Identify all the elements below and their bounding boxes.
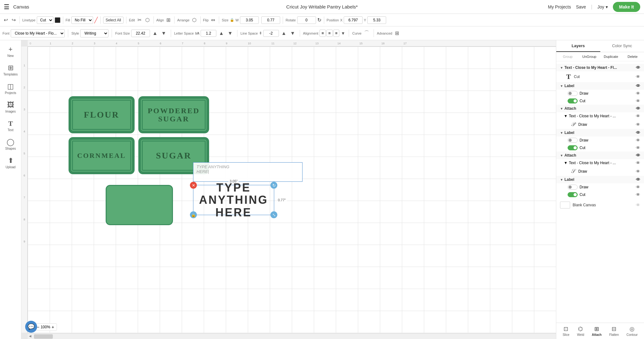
label3-cut-eye[interactable]: 👁 [636, 192, 640, 197]
zoom-out-button[interactable]: − [37, 325, 39, 330]
alignment-chevron[interactable]: ▾ [341, 30, 346, 37]
label2-cut-toggle[interactable] [568, 145, 578, 150]
label3-eye[interactable]: 👁 [636, 177, 640, 182]
save-button[interactable]: Save [576, 4, 586, 9]
curve-icon[interactable]: ⌒ [363, 29, 370, 37]
text2-draw-eye[interactable]: 👁 [636, 122, 640, 127]
label1-cut-eye[interactable]: 👁 [636, 98, 640, 103]
select-all-button[interactable]: Select All [103, 17, 124, 24]
text3-draw-eye[interactable]: 👁 [636, 169, 640, 174]
y-input[interactable] [367, 16, 386, 24]
attach-action[interactable]: ⊞ Attach [589, 324, 605, 338]
tab-color-sync[interactable]: Color Sync [600, 40, 644, 52]
flatten-action[interactable]: ⊟ Flatten [606, 324, 622, 338]
layer-section-label2[interactable]: ▼ Label 👁 [556, 129, 644, 136]
make-it-button[interactable]: Make It [613, 2, 640, 12]
section-text1-eye[interactable]: 👁 [636, 65, 640, 70]
x-input[interactable] [344, 16, 363, 24]
label-flour[interactable]: FLOUR [69, 96, 135, 133]
attach1-eye[interactable]: 👁 [636, 106, 640, 111]
letter-space-down[interactable]: ▼ [226, 30, 234, 37]
label-powdered-sugar[interactable]: POWDEREDSUGAR [138, 96, 209, 133]
label3-draw-eye[interactable]: 👁 [636, 185, 640, 190]
scroll-left-button[interactable]: ◀ [28, 333, 33, 338]
label3-cut-toggle[interactable] [568, 192, 578, 197]
flip-icon[interactable]: ⇔ [210, 16, 216, 24]
canvas-area[interactable]: 0 1 2 3 4 5 6 7 8 9 10 11 12 13 14 15 16… [21, 40, 556, 339]
label1-draw-eye[interactable]: 👁 [636, 91, 640, 96]
letter-space-up[interactable]: ▲ [218, 30, 225, 37]
layer-section-text3[interactable]: ▼ Text - Close to My Heart - ... 👁 [556, 159, 644, 167]
rotate-input[interactable] [297, 16, 316, 24]
slice-action[interactable]: ⊡ Slice [559, 324, 573, 338]
align-right-button[interactable]: ≡ [333, 30, 340, 37]
line-space-up[interactable]: ▲ [280, 30, 288, 37]
sidebar-item-images[interactable]: 🖼 Images [1, 98, 20, 116]
weld-action[interactable]: ⌬ Weld [574, 324, 587, 338]
rotate-handle[interactable]: ↻ [270, 182, 277, 189]
label1-cut-toggle[interactable] [568, 98, 578, 103]
fontsize-input[interactable] [131, 30, 150, 37]
user-menu[interactable]: Joy ▾ [597, 4, 608, 9]
height-input[interactable] [261, 16, 280, 24]
align-icon[interactable]: ⊞ [165, 16, 172, 24]
align-left-button[interactable]: ≡ [319, 30, 326, 37]
lock-handle[interactable]: 🔒 [190, 211, 197, 218]
section-label1-eye[interactable]: 👁 [636, 83, 640, 88]
layer-section-attach1[interactable]: ▼ Attach 👁 [556, 105, 644, 112]
font-select[interactable]: Close to My Heart - Flo... [11, 29, 65, 37]
label2-draw-eye[interactable]: 👁 [636, 138, 640, 143]
layer-section-label1[interactable]: ▼ Label 👁 [556, 82, 644, 90]
scale-handle[interactable]: ⤡ [270, 211, 277, 218]
layer-section-text2[interactable]: ▼ Text - Close to My Heart - ... 👁 [556, 112, 644, 120]
canvas-scrollbar[interactable] [28, 333, 556, 339]
ungroup-button[interactable]: UnGroup [579, 53, 600, 60]
redo-button[interactable]: ↪ [10, 16, 17, 24]
advanced-icon[interactable]: ⊞ [394, 30, 400, 37]
layer-text1-cut-eye[interactable]: 👁 [636, 74, 640, 79]
chat-button[interactable]: 💬 [25, 321, 37, 333]
label-cornmeal[interactable]: CORNMEAL [69, 137, 135, 174]
align-center-button[interactable]: ≡ [326, 30, 333, 37]
fontsize-down-icon[interactable]: ▼ [160, 30, 168, 37]
sidebar-item-new[interactable]: + New [1, 43, 20, 60]
style-select[interactable]: Writing [80, 29, 108, 37]
label2-draw-toggle[interactable] [568, 138, 578, 143]
linetype-select[interactable]: Cut [37, 16, 53, 24]
attach2-eye[interactable]: 👁 [636, 153, 640, 158]
layer-section-attach2[interactable]: ▼ Attach 👁 [556, 152, 644, 159]
label1-draw-toggle[interactable] [568, 91, 578, 96]
delete-handle[interactable]: ✕ [190, 182, 197, 189]
sidebar-item-projects[interactable]: ◫ Projects [1, 80, 20, 97]
scroll-thumb[interactable] [34, 334, 53, 339]
layer-section-label3[interactable]: ▼ Label 👁 [556, 176, 644, 183]
selected-text-element[interactable]: ✕ ↻ 🔒 ⤡ 3.05" 0.77" TYPE ANYTHINGHERE [193, 185, 274, 215]
label3-draw-toggle[interactable] [568, 185, 578, 190]
line-space-down[interactable]: ▼ [289, 30, 297, 37]
text2-eye[interactable]: 👁 [636, 114, 640, 119]
my-projects-link[interactable]: My Projects [548, 4, 571, 9]
sidebar-item-text[interactable]: T Text [1, 117, 20, 134]
blank-canvas-eye[interactable]: 👁 [636, 203, 640, 208]
delete-button[interactable]: Delete [622, 53, 643, 60]
layer-section-text1[interactable]: ▼ Text - Close to My Heart - Fl... 👁 [556, 64, 644, 71]
group-button[interactable]: Group [557, 53, 579, 60]
width-input[interactable] [240, 16, 259, 24]
sidebar-item-shapes[interactable]: ◯ Shapes [1, 136, 20, 153]
canvas-content[interactable]: FLOUR POWDEREDSUGAR CORNMEAL SUGAR TYPE … [28, 47, 556, 333]
label-blank[interactable] [106, 185, 173, 225]
label2-cut-eye[interactable]: 👁 [636, 145, 640, 150]
undo-button[interactable]: ↩ [3, 16, 9, 24]
sidebar-item-upload[interactable]: ⬆ Upload [1, 154, 20, 171]
text3-eye[interactable]: 👁 [636, 160, 640, 165]
menu-icon[interactable]: ☰ [4, 3, 9, 11]
sidebar-item-templates[interactable]: ⊞ Templates [1, 61, 20, 79]
fontsize-up-icon[interactable]: ▲ [151, 30, 159, 37]
arrange-icon[interactable]: ⬡ [191, 16, 198, 24]
tab-layers[interactable]: Layers [556, 40, 600, 52]
fill-select[interactable]: No Fill [71, 16, 93, 24]
copy-icon[interactable]: ⬡ [144, 16, 151, 24]
label2-eye[interactable]: 👁 [636, 130, 640, 135]
line-space-input[interactable] [263, 30, 279, 37]
linetype-color-swatch[interactable] [55, 17, 60, 23]
